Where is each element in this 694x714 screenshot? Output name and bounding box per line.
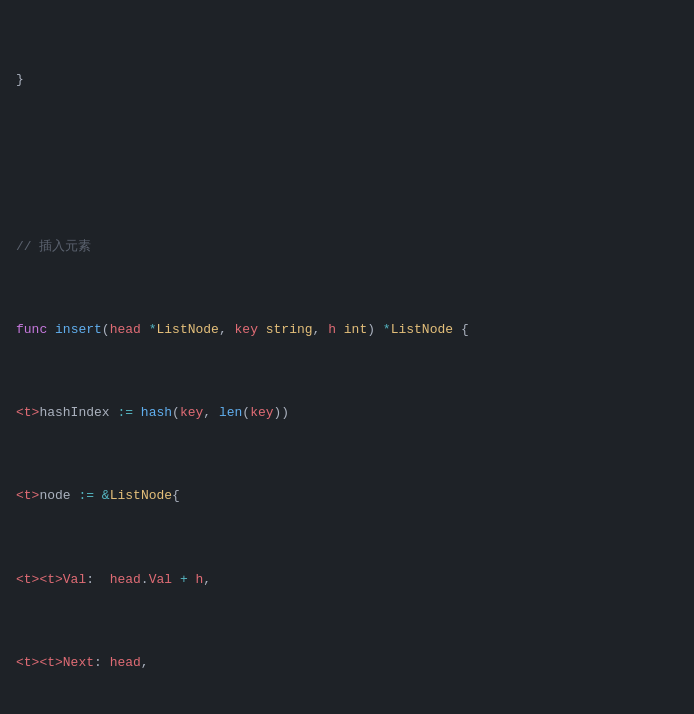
line-7: <t><t>Val: head.Val + h, (16, 570, 678, 591)
line-4: func insert(head *ListNode, key string, … (16, 320, 678, 341)
line-8: <t><t>Next: head, (16, 653, 678, 674)
line-3: // 插入元素 (16, 237, 678, 258)
line-2 (16, 154, 678, 175)
line-1: } (16, 70, 678, 91)
line-5: <t>hashIndex := hash(key, len(key)) (16, 403, 678, 424)
line-6: <t>node := &ListNode{ (16, 486, 678, 507)
code-block: } // 插入元素 func insert(head *ListNode, ke… (0, 0, 694, 714)
